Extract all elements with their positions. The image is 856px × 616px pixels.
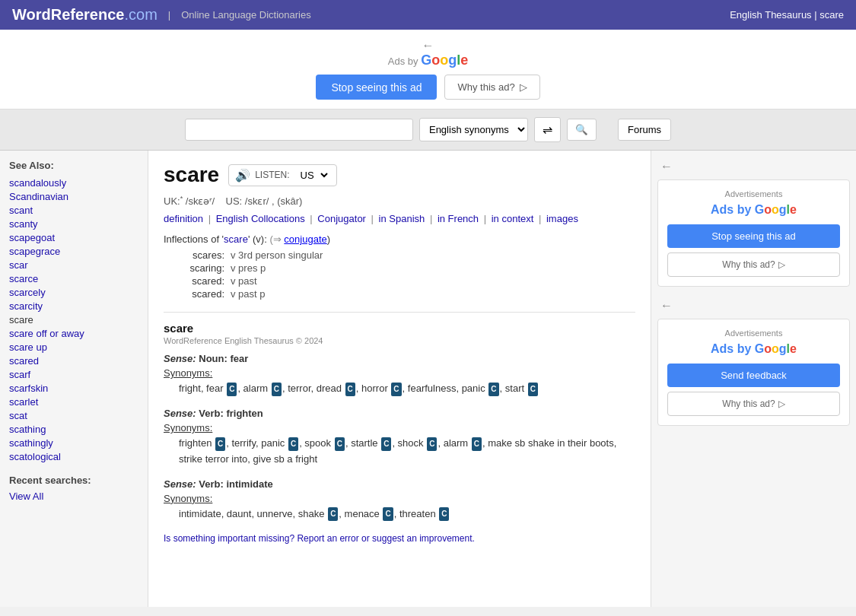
ads-by-google-top: Ads by Google	[9, 52, 847, 68]
c-badge[interactable]: C	[335, 437, 345, 451]
sidebar-link[interactable]: scarfskin	[9, 383, 48, 394]
list-item: scare off or away	[9, 328, 138, 339]
list-item: Scandinavian	[9, 191, 138, 202]
c-badge[interactable]: C	[383, 507, 393, 521]
inflections-title: Inflections of 'scare' (v): (⇒ conjugate…	[164, 233, 635, 245]
word-link[interactable]: in Spanish	[379, 213, 425, 224]
sidebar-link[interactable]: scant	[9, 205, 33, 216]
c-badge[interactable]: C	[227, 383, 237, 396]
c-badge[interactable]: C	[381, 437, 391, 451]
sidebar-link[interactable]: scandalously	[9, 177, 66, 189]
c-badge[interactable]: C	[328, 507, 338, 521]
swap-button[interactable]: ⇌	[534, 117, 561, 142]
sidebar-link[interactable]: scarce	[9, 273, 38, 284]
word-link[interactable]: definition	[164, 213, 203, 224]
sidebar-link[interactable]: scathingly	[9, 437, 53, 449]
section-word: scare	[164, 322, 635, 335]
sidebar-link[interactable]: scare off or away	[9, 328, 84, 339]
word-link[interactable]: Conjugator	[317, 213, 366, 224]
ads-google-logo: Google	[421, 52, 468, 68]
sidebar-link[interactable]: scarlet	[9, 396, 38, 408]
uk-label: UK:	[164, 195, 180, 207]
list-item: scant	[9, 205, 138, 216]
list-item: scat	[9, 410, 138, 421]
sidebar-link[interactable]: scare	[9, 314, 33, 325]
sidebar: See Also: scandalouslyScandinavianscants…	[0, 151, 148, 607]
listen-control[interactable]: 🔊 LISTEN: US	[228, 164, 336, 186]
sense-title: Sense: Noun: fear	[164, 353, 635, 364]
c-badge[interactable]: C	[391, 383, 401, 396]
site-domain: .com	[124, 6, 157, 23]
word-link-sep: |	[205, 213, 214, 224]
c-badge[interactable]: C	[439, 507, 449, 521]
list-item: scared	[9, 355, 138, 367]
header-right: English Thesaurus | scare	[730, 9, 844, 21]
c-badge[interactable]: C	[528, 383, 538, 396]
c-badge[interactable]: C	[288, 437, 298, 451]
list-item: scandalously	[9, 177, 138, 189]
sidebar-link[interactable]: scared	[9, 355, 39, 367]
why-icon-right-2: ▷	[778, 398, 785, 409]
speaker-icon: 🔊	[235, 168, 250, 183]
synonyms-label: Synonyms:	[164, 493, 635, 504]
sidebar-link[interactable]: scar	[9, 259, 28, 271]
language-select[interactable]: English synonyms	[419, 118, 528, 141]
accent-select[interactable]: US	[294, 169, 330, 182]
sidebar-link[interactable]: scathing	[9, 424, 46, 435]
word-link[interactable]: English Collocations	[216, 213, 305, 224]
uk-pron: /skɛəʳ/	[186, 195, 215, 207]
word-link[interactable]: in French	[438, 213, 479, 224]
search-button[interactable]: 🔍	[567, 119, 597, 141]
c-badge[interactable]: C	[345, 383, 355, 396]
word-link[interactable]: images	[546, 213, 578, 224]
ad-panel-2: Advertisements Ads by Google Send feedba…	[657, 319, 850, 426]
sidebar-link[interactable]: scatological	[9, 451, 61, 462]
sidebar-link[interactable]: scarcely	[9, 287, 46, 298]
infl-value: v pres p	[231, 262, 266, 274]
sidebar-links: scandalouslyScandinavianscantscantyscape…	[9, 177, 138, 462]
stop-seeing-ad-right-1-btn[interactable]: Stop seeing this ad	[667, 224, 840, 248]
sidebar-link[interactable]: scapegrace	[9, 246, 60, 257]
c-badge[interactable]: C	[472, 437, 482, 451]
sidebar-link[interactable]: scare up	[9, 341, 47, 353]
right-nav-arrow-1[interactable]: ←	[657, 157, 850, 176]
inflections: Inflections of 'scare' (v): (⇒ conjugate…	[164, 233, 635, 300]
c-badge[interactable]: C	[488, 383, 498, 396]
infl-label: scared:	[164, 288, 224, 300]
stop-seeing-ad-top-btn[interactable]: Stop seeing this ad	[316, 75, 437, 100]
word-link[interactable]: in context	[492, 213, 534, 224]
c-badge[interactable]: C	[427, 437, 437, 451]
missing-note: Is something important missing? Report a…	[164, 533, 635, 544]
site-tagline: Online Language Dictionaries	[181, 9, 311, 21]
forums-button[interactable]: Forums	[618, 119, 671, 141]
why-this-ad-right-1-btn[interactable]: Why this ad? ▷	[667, 252, 840, 277]
right-sidebar: ← Advertisements Ads by Google Stop seei…	[651, 151, 856, 607]
sidebar-link[interactable]: scanty	[9, 218, 38, 230]
inflection-row: scaring:v pres p	[164, 262, 635, 274]
word-link-sep: |	[307, 213, 316, 224]
list-item: scarfskin	[9, 383, 138, 394]
sidebar-link[interactable]: scarcity	[9, 300, 43, 312]
list-item: scathingly	[9, 437, 138, 449]
view-all-link[interactable]: View All	[9, 491, 43, 502]
sidebar-link[interactable]: scarf	[9, 369, 30, 380]
pronunciation: UK:* /skɛəʳ/ US: /skɛr/ , (skâr)	[164, 195, 635, 207]
ad-panel-1-label: Advertisements	[667, 189, 840, 198]
right-nav-arrow-2[interactable]: ←	[657, 296, 850, 316]
why-this-ad-top-btn[interactable]: Why this ad? ▷	[444, 75, 539, 100]
infl-value: v past	[231, 275, 257, 287]
sidebar-link[interactable]: scapegoat	[9, 232, 55, 243]
ad-panel-1: Advertisements Ads by Google Stop seeing…	[657, 179, 850, 287]
conjugate-link[interactable]: conjugate	[284, 233, 326, 245]
inflection-row: scared:v past p	[164, 288, 635, 300]
send-feedback-btn[interactable]: Send feedback	[667, 364, 840, 387]
inflection-word: scare	[224, 233, 248, 245]
c-badge[interactable]: C	[272, 383, 282, 396]
why-this-ad-right-2-btn[interactable]: Why this ad? ▷	[667, 392, 840, 416]
sidebar-link[interactable]: Scandinavian	[9, 191, 68, 202]
ad-bar-top: ← Ads by Google Stop seeing this ad Why …	[0, 30, 856, 110]
sidebar-link[interactable]: scat	[9, 410, 27, 421]
c-badge[interactable]: C	[215, 437, 225, 451]
ad-buttons-top: Stop seeing this ad Why this ad? ▷	[9, 75, 847, 100]
search-input[interactable]	[185, 119, 413, 141]
